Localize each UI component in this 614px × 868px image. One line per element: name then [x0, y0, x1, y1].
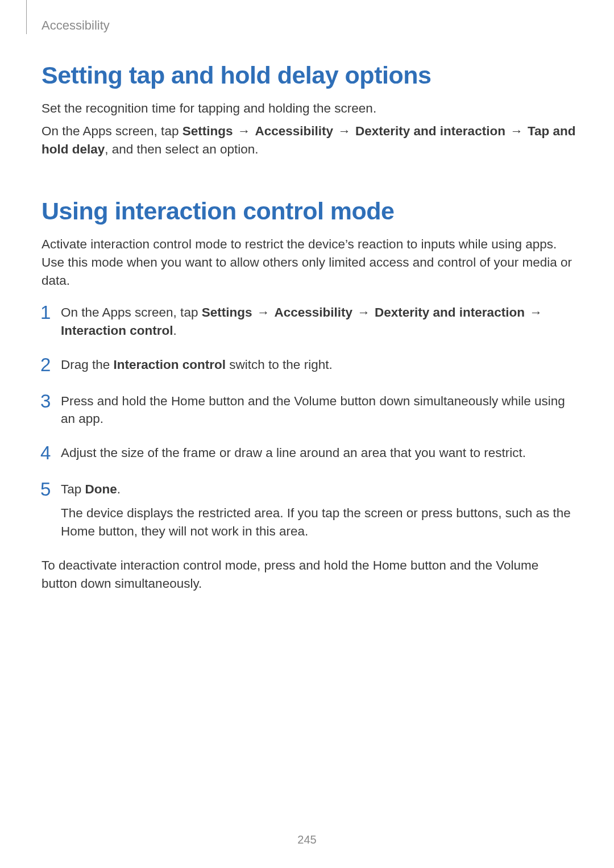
arrow-icon: → [528, 304, 544, 322]
section2-intro: Activate interaction control mode to res… [42, 235, 576, 290]
arrow-icon: → [337, 122, 352, 140]
text-fragment: On the Apps screen, tap [61, 305, 202, 319]
path-settings: Settings [202, 305, 252, 319]
section1-intro: Set the recognition time for tapping and… [42, 99, 576, 118]
path-settings: Settings [182, 124, 233, 138]
section2-outro: To deactivate interaction control mode, … [42, 556, 576, 593]
done-bold: Done [85, 482, 117, 496]
path-dexterity: Dexterity and interaction [375, 305, 525, 319]
path-accessibility: Accessibility [255, 124, 333, 138]
path-interaction-control: Interaction control [61, 323, 173, 338]
path-dexterity: Dexterity and interaction [355, 124, 505, 138]
step-item-1: On the Apps screen, tap Settings → Acces… [42, 304, 576, 340]
text-fragment: Drag the [61, 358, 114, 372]
arrow-icon: → [237, 122, 252, 140]
text-fragment: On the Apps screen, tap [42, 124, 182, 138]
interaction-control-bold: Interaction control [114, 358, 226, 372]
steps-list: On the Apps screen, tap Settings → Acces… [42, 304, 576, 541]
step-item-2: Drag the Interaction control switch to t… [42, 356, 576, 376]
section1-path: On the Apps screen, tap Settings → Acces… [42, 122, 576, 159]
arrow-icon: → [356, 304, 371, 322]
section-heading-interaction: Using interaction control mode [42, 197, 576, 225]
path-accessibility: Accessibility [274, 305, 352, 319]
page-number: 245 [0, 833, 614, 846]
header-margin-rule [26, 0, 27, 34]
text-fragment: Tap [61, 482, 85, 496]
arrow-icon: → [256, 304, 271, 322]
text-fragment: , and then select an option. [105, 142, 258, 156]
step-5-sub: The device displays the restricted area.… [61, 504, 576, 541]
page-content: Setting tap and hold delay options Set t… [42, 51, 576, 597]
text-fragment: . [173, 323, 177, 338]
step-item-5: Tap Done. The device displays the restri… [42, 480, 576, 541]
step-item-4: Adjust the size of the frame or draw a l… [42, 444, 576, 464]
text-fragment: . [117, 482, 121, 496]
step-item-3: Press and hold the Home button and the V… [42, 392, 576, 429]
section-heading-tap-hold: Setting tap and hold delay options [42, 61, 576, 89]
breadcrumb: Accessibility [42, 18, 110, 33]
arrow-icon: → [509, 122, 524, 140]
text-fragment: switch to the right. [226, 358, 333, 372]
